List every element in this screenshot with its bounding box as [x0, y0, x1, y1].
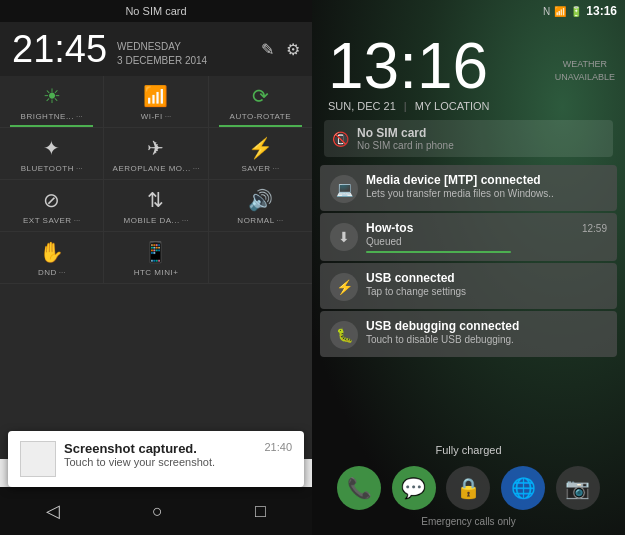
qs-row-0: ☀ BRIGHTNE... ··· 📶 WI-FI ··· ⟳ AUTO-ROT…	[0, 76, 312, 128]
qs-label-2-1: MOBILE DA...	[124, 216, 180, 225]
qs-item-2-0[interactable]: ⊘ EXT SAVER ···	[0, 180, 104, 231]
left-header: 21:45 WEDNESDAY 3 DECEMBER 2014 ✎ ⚙	[0, 22, 312, 76]
no-sim-text: No SIM card	[125, 5, 186, 17]
back-button[interactable]: ◁	[46, 500, 60, 522]
qs-label-row-2-1: MOBILE DA... ···	[124, 216, 189, 225]
notif-body-2: USB connected Tap to change settings	[366, 271, 607, 297]
message-icon[interactable]: 💬	[392, 466, 436, 510]
emergency-calls-text: Emergency calls only	[421, 516, 515, 531]
qs-icon-1-1: ✈	[147, 136, 164, 160]
home-button[interactable]: ○	[152, 501, 163, 522]
notif-time: 21:40	[264, 441, 292, 453]
qs-item-1-0[interactable]: ✦ BLUETOOTH ···	[0, 128, 104, 179]
right-panel: N 📶 🔋 13:16 13:16 WEATHERUNAVAILABLE SUN…	[312, 0, 625, 535]
qs-dots-3-0: ···	[59, 268, 66, 277]
edit-icon[interactable]: ✎	[261, 40, 274, 59]
quick-settings-grid: ☀ BRIGHTNE... ··· 📶 WI-FI ··· ⟳ AUTO-ROT…	[0, 76, 312, 459]
qs-label-0-0: BRIGHTNE...	[21, 112, 75, 121]
notif-card-title-2: USB connected	[366, 271, 455, 285]
qs-icon-1-2: ⚡	[248, 136, 273, 160]
header-icons: ✎ ⚙	[261, 40, 300, 59]
lock-icon[interactable]: 🔒	[446, 466, 490, 510]
recent-button[interactable]: □	[255, 501, 266, 522]
lock-bottom: Fully charged 📞 💬 🔒 🌐 📷 Emergency calls …	[312, 436, 625, 535]
notif-card-sub-2: Tap to change settings	[366, 286, 607, 297]
notif-title: Screenshot captured.	[64, 441, 256, 456]
qs-row-2: ⊘ EXT SAVER ··· ⇅ MOBILE DA... ··· 🔊 NOR…	[0, 180, 312, 232]
right-content: N 📶 🔋 13:16 13:16 WEATHERUNAVAILABLE SUN…	[312, 0, 625, 535]
qs-icon-0-0: ☀	[43, 84, 61, 108]
qs-label-row-1-1: AEROPLANE MO... ···	[113, 164, 200, 173]
right-status-bar: N 📶 🔋 13:16	[312, 0, 625, 22]
qs-label-1-1: AEROPLANE MO...	[113, 164, 191, 173]
qs-label-row-0-1: WI-FI ···	[141, 112, 172, 121]
screenshot-thumb	[20, 441, 56, 477]
sim-info: No SIM card No SIM card in phone	[357, 126, 454, 151]
qs-label-1-0: BLUETOOTH	[21, 164, 74, 173]
qs-label-3-0: DND	[38, 268, 57, 277]
qs-item-0-0[interactable]: ☀ BRIGHTNE... ···	[0, 76, 104, 127]
qs-dots-0-0: ···	[76, 112, 83, 121]
notif-title-row-2: USB connected	[366, 271, 607, 285]
notif-icon-3: 🐛	[330, 321, 358, 349]
qs-label-row-2-0: EXT SAVER ···	[23, 216, 80, 225]
qs-item-3-1[interactable]: 📱 HTC MINI+	[104, 232, 208, 283]
notification-list: 💻 Media device [MTP] connected Lets you …	[312, 165, 625, 436]
notif-card-title-0: Media device [MTP] connected	[366, 173, 541, 187]
screenshot-notification[interactable]: Screenshot captured. Touch to view your …	[8, 431, 304, 487]
qs-item-2-2[interactable]: 🔊 NORMAL ···	[209, 180, 312, 231]
lock-date: SUN, DEC 21 | MY LOCATION	[312, 100, 625, 116]
qs-dots-2-2: ···	[277, 216, 284, 225]
qs-icon-3-1: 📱	[143, 240, 168, 264]
qs-label-row-0-0: BRIGHTNE... ···	[21, 112, 83, 121]
battery-icon: 🔋	[570, 6, 582, 17]
qs-item-0-1[interactable]: 📶 WI-FI ···	[104, 76, 208, 127]
qs-item-1-2[interactable]: ⚡ SAVER ···	[209, 128, 312, 179]
sim-title: No SIM card	[357, 126, 454, 140]
qs-label-2-0: EXT SAVER	[23, 216, 72, 225]
qs-label-row-1-0: BLUETOOTH ···	[21, 164, 83, 173]
notification-card-0[interactable]: 💻 Media device [MTP] connected Lets you …	[320, 165, 617, 211]
notif-card-time-1: 12:59	[582, 223, 607, 234]
notification-card-1[interactable]: ⬇ How-tos 12:59 Queued	[320, 213, 617, 261]
notif-title-row-1: How-tos 12:59	[366, 221, 607, 235]
qs-row-1: ✦ BLUETOOTH ··· ✈ AEROPLANE MO... ··· ⚡ …	[0, 128, 312, 180]
qs-dots-2-0: ···	[74, 216, 81, 225]
notification-card-2[interactable]: ⚡ USB connected Tap to change settings	[320, 263, 617, 309]
qs-dots-2-1: ···	[182, 216, 189, 225]
settings-icon[interactable]: ⚙	[286, 40, 300, 59]
phone-icon[interactable]: 📞	[337, 466, 381, 510]
qs-row-3: ✋ DND ··· 📱 HTC MINI+	[0, 232, 312, 284]
left-panel: No SIM card 21:45 WEDNESDAY 3 DECEMBER 2…	[0, 0, 312, 535]
notif-icon-2: ⚡	[330, 273, 358, 301]
qs-dots-1-2: ···	[273, 164, 280, 173]
qs-dots-1-0: ···	[76, 164, 83, 173]
qs-label-1-2: SAVER	[241, 164, 270, 173]
notif-content: Screenshot captured. Touch to view your …	[64, 441, 256, 468]
notif-card-title-3: USB debugging connected	[366, 319, 519, 333]
qs-item-2-1[interactable]: ⇅ MOBILE DA... ···	[104, 180, 208, 231]
camera-icon[interactable]: 📷	[556, 466, 600, 510]
qs-label-0-2: AUTO-ROTATE	[230, 112, 292, 121]
qs-label-row-0-2: AUTO-ROTATE	[230, 112, 292, 121]
qs-dots-1-1: ···	[193, 164, 200, 173]
notif-title-row-3: USB debugging connected	[366, 319, 607, 333]
lock-time-section: 13:16 WEATHERUNAVAILABLE	[312, 22, 625, 100]
qs-icon-2-1: ⇅	[147, 188, 164, 212]
notification-card-3[interactable]: 🐛 USB debugging connected Touch to disab…	[320, 311, 617, 357]
notif-body-3: USB debugging connected Touch to disable…	[366, 319, 607, 345]
notif-icon-0: 💻	[330, 175, 358, 203]
sim-subtitle: No SIM card in phone	[357, 140, 454, 151]
qs-item-3-0[interactable]: ✋ DND ···	[0, 232, 104, 283]
notif-card-sub-3: Touch to disable USB debugging.	[366, 334, 607, 345]
qs-item-3-2[interactable]	[209, 232, 312, 283]
qs-label-2-2: NORMAL	[237, 216, 274, 225]
sim-icon: 📵	[332, 131, 349, 147]
qs-dots-0-1: ···	[165, 112, 172, 121]
day-text: WEDNESDAY	[117, 40, 207, 54]
qs-item-1-1[interactable]: ✈ AEROPLANE MO... ···	[104, 128, 208, 179]
qs-label-row-3-0: DND ···	[38, 268, 66, 277]
globe-icon[interactable]: 🌐	[501, 466, 545, 510]
qs-item-0-2[interactable]: ⟳ AUTO-ROTATE	[209, 76, 312, 127]
left-status-bar: No SIM card	[0, 0, 312, 22]
